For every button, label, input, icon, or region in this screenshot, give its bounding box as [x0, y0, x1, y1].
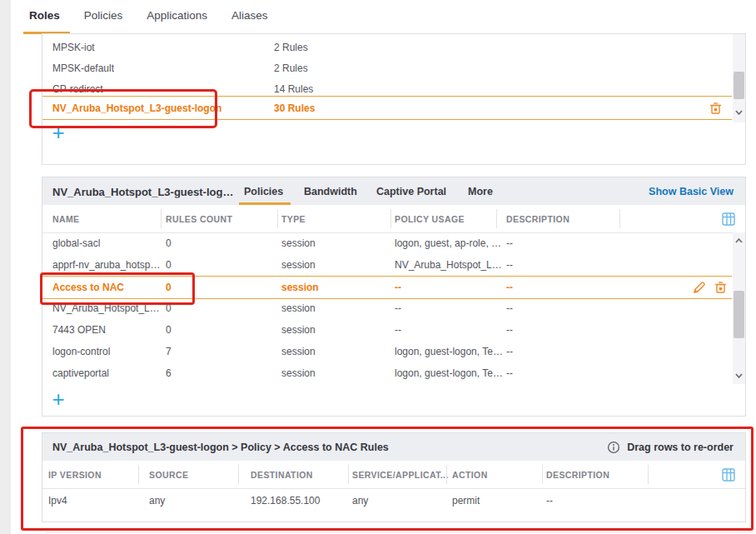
policy-usage: logon, guest-logon, Tes...	[395, 367, 503, 379]
policy-name: apprf-nv_aruba_hotspo...	[52, 259, 161, 271]
left-gutter	[0, 0, 11, 534]
policy-name: NV_Aruba_Hotspot_L3_...	[52, 302, 161, 314]
rules-count: 0	[166, 259, 172, 271]
tab-detail-captive-portal[interactable]: Captive Portal	[376, 186, 446, 197]
trash-icon[interactable]	[709, 102, 722, 115]
column-header: TYPE	[281, 214, 306, 224]
policy-description: --	[506, 324, 513, 336]
policy-description: --	[506, 302, 513, 314]
trash-icon[interactable]	[714, 281, 727, 294]
policy-row[interactable]: logon-control 7 session logon, guest-log…	[42, 341, 732, 362]
role-detail-header: NV_Aruba_Hotspot_L3-guest-logon Policies…	[42, 177, 745, 205]
policy-type: session	[281, 367, 316, 379]
tab-roles[interactable]: Roles	[29, 9, 60, 22]
rules-count: 6	[166, 367, 172, 379]
policy-description: --	[506, 237, 513, 249]
pencil-icon[interactable]	[693, 281, 706, 294]
role-name: NV_Aruba_Hotspot_L3-guest-logon	[52, 102, 221, 114]
roles-list-panel: MPSK-iot 2 Rules MPSK-default 2 Rules CP…	[42, 33, 746, 165]
column-header: IP VERSION	[48, 470, 102, 480]
policy-name: global-sacl	[52, 237, 100, 249]
policy-type: session	[281, 237, 316, 249]
column-header: DESCRIPTION	[546, 470, 609, 480]
role-row-selected[interactable]: NV_Aruba_Hotspot_L3-guest-logon 30 Rules	[42, 96, 732, 120]
role-row[interactable]: MPSK-iot 2 Rules	[42, 37, 732, 57]
policy-name: captiveportal	[52, 367, 109, 379]
scrollbar-thumb[interactable]	[734, 291, 744, 338]
column-header: ACTION	[452, 470, 488, 480]
tab-detail-policies[interactable]: Policies	[244, 186, 283, 197]
policy-row[interactable]: apprf-nv_aruba_hotspo... 0 session NV_Ar…	[42, 254, 732, 276]
role-name: MPSK-default	[52, 62, 114, 74]
policy-usage: --	[395, 302, 401, 314]
show-basic-view-link[interactable]: Show Basic View	[649, 186, 734, 197]
tab-applications[interactable]: Applications	[147, 9, 207, 22]
column-header: SERVICE/APPLICAT...	[352, 470, 449, 480]
policy-name: Access to NAC	[52, 282, 124, 293]
policy-row[interactable]: NV_Aruba_Hotspot_L3_... 0 session -- --	[42, 297, 732, 319]
chevron-up-icon[interactable]	[733, 234, 745, 247]
policy-type: session	[281, 302, 316, 314]
role-rules-count: 2 Rules	[274, 42, 308, 53]
rules-table-header: IP VERSION SOURCE DESTINATION SERVICE/AP…	[42, 461, 745, 489]
policy-description: --	[506, 259, 513, 271]
policy-type: session	[281, 324, 316, 336]
drag-hint: Drag rows to re-order	[607, 441, 734, 454]
tab-policies[interactable]: Policies	[84, 9, 123, 22]
grid-icon[interactable]	[722, 212, 735, 226]
role-detail-title: NV_Aruba_Hotspot_L3-guest-logon	[52, 185, 236, 197]
role-detail-panel: NV_Aruba_Hotspot_L3-guest-logon Policies…	[42, 177, 746, 417]
column-header: RULES COUNT	[166, 214, 232, 224]
policy-description: --	[506, 282, 513, 293]
rule-row[interactable]: Ipv4 any 192.168.55.100 any permit --	[42, 488, 732, 513]
role-name: CP-redirect	[52, 83, 103, 95]
policy-usage: NV_Aruba_Hotspot_L3-...	[395, 259, 503, 271]
policy-description: --	[506, 367, 513, 379]
policy-usage: logon, guest-logon, Tes...	[395, 346, 503, 357]
role-rules-count: 30 Rules	[274, 102, 315, 114]
column-header: SOURCE	[149, 470, 188, 480]
tab-detail-bandwidth[interactable]: Bandwidth	[304, 186, 357, 197]
tab-detail-more[interactable]: More	[468, 186, 493, 197]
policy-name: 7443 OPEN	[52, 324, 106, 336]
policy-row[interactable]: captiveportal 6 session logon, guest-log…	[42, 362, 732, 384]
rules-count: 7	[166, 346, 172, 357]
rule-service: any	[352, 495, 368, 507]
drag-hint-label: Drag rows to re-order	[627, 442, 734, 453]
tab-aliases[interactable]: Aliases	[231, 9, 268, 22]
roles-scrollbar[interactable]	[733, 34, 745, 122]
policy-usage: --	[395, 282, 401, 293]
column-header: POLICY USAGE	[395, 214, 465, 224]
rules-count: 0	[166, 324, 172, 336]
policy-name: logon-control	[52, 346, 110, 357]
column-header: DESTINATION	[251, 470, 313, 480]
rules-count: 0	[166, 302, 172, 314]
divider	[46, 532, 754, 532]
column-header: DESCRIPTION	[506, 214, 569, 224]
grid-icon[interactable]	[722, 468, 735, 482]
role-row[interactable]: MPSK-default 2 Rules	[42, 57, 732, 78]
main-tab-bar: Roles Policies Applications Aliases	[29, 9, 268, 22]
column-header: NAME	[52, 214, 80, 224]
role-name: MPSK-iot	[52, 42, 95, 53]
rule-description: --	[546, 495, 553, 507]
policy-row[interactable]: global-sacl 0 session logon, guest, ap-r…	[42, 232, 732, 254]
rules-panel: NV_Aruba_Hotspot_L3-guest-logon > Policy…	[42, 432, 746, 522]
scrollbar-thumb[interactable]	[734, 72, 744, 99]
rule-action: permit	[452, 495, 480, 507]
plus-icon[interactable]: +	[49, 124, 67, 141]
policy-usage: --	[395, 324, 401, 336]
policies-table-header: NAME RULES COUNT TYPE POLICY USAGE DESCR…	[42, 205, 745, 233]
chevron-down-icon[interactable]	[733, 106, 745, 119]
policy-row-selected[interactable]: Access to NAC 0 session -- --	[42, 276, 732, 299]
policy-type: session	[281, 259, 316, 271]
rules-panel-header: NV_Aruba_Hotspot_L3-guest-logon > Policy…	[42, 433, 745, 461]
policy-row[interactable]: 7443 OPEN 0 session -- --	[42, 319, 732, 341]
policy-description: --	[506, 346, 513, 357]
role-rules-count: 14 Rules	[274, 83, 313, 95]
rules-count: 0	[166, 237, 172, 249]
breadcrumb: NV_Aruba_Hotspot_L3-guest-logon > Policy…	[52, 442, 389, 453]
policies-scrollbar[interactable]	[733, 232, 745, 384]
plus-icon[interactable]: +	[49, 391, 67, 407]
chevron-down-icon[interactable]	[733, 369, 745, 382]
